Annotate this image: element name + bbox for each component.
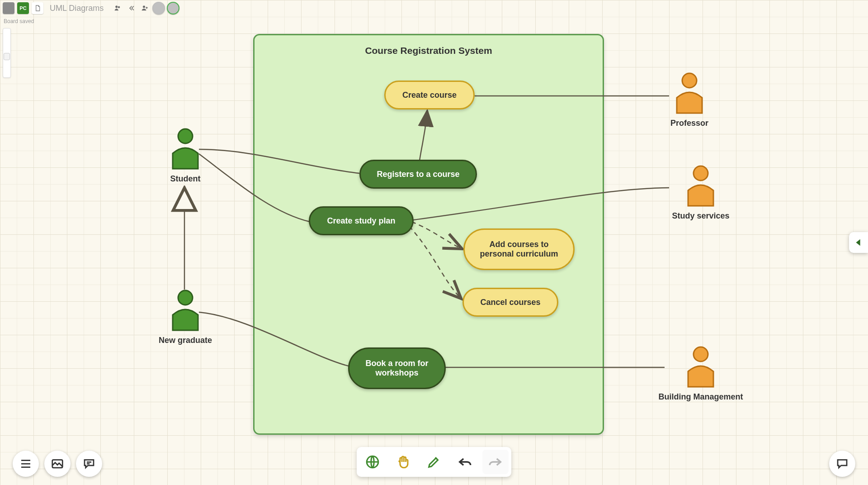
collaborators-icon[interactable] xyxy=(112,2,123,14)
actor-professor[interactable]: Professor xyxy=(656,72,723,128)
actor-label: Study services xyxy=(656,211,746,221)
owner-avatar[interactable] xyxy=(3,2,14,14)
svg-point-8 xyxy=(682,73,697,88)
board-status: Board saved xyxy=(4,18,34,24)
actor-student[interactable]: Student xyxy=(151,128,219,184)
usecase-label: Add courses to personal curriculum xyxy=(475,240,563,259)
participant-avatar-1[interactable] xyxy=(152,2,165,14)
draw-button[interactable] xyxy=(421,450,447,474)
add-user-icon[interactable] xyxy=(139,2,151,14)
usecase-label: Cancel courses xyxy=(480,298,540,307)
usecase-label: Book a room for workshops xyxy=(359,359,434,378)
file-icon[interactable] xyxy=(32,2,43,14)
owner-initials-chip[interactable]: PC xyxy=(17,2,29,14)
usecase-book-room[interactable]: Book a room for workshops xyxy=(348,347,446,389)
svg-point-7 xyxy=(178,290,193,305)
actor-label: Student xyxy=(151,174,219,184)
svg-point-1 xyxy=(118,6,120,8)
svg-point-10 xyxy=(693,347,708,361)
comment-button[interactable] xyxy=(76,451,102,477)
top-bar: PC UML Diagrams xyxy=(3,2,865,14)
bottom-left-toolbar xyxy=(13,451,102,477)
actor-label: New graduate xyxy=(151,336,219,345)
chat-button[interactable] xyxy=(829,451,855,477)
svg-point-6 xyxy=(178,129,193,143)
zoom-slider[interactable] xyxy=(3,28,11,78)
menu-button[interactable] xyxy=(13,451,39,477)
system-title: Course Registration System xyxy=(255,45,603,56)
svg-point-2 xyxy=(143,6,146,8)
minimap-button[interactable] xyxy=(359,450,386,474)
actor-label: Professor xyxy=(656,119,723,128)
pan-button[interactable] xyxy=(390,450,416,474)
usecase-create-course[interactable]: Create course xyxy=(384,81,475,109)
image-button[interactable] xyxy=(44,451,71,477)
actor-building-management[interactable]: Building Management xyxy=(646,346,755,402)
undo-button[interactable] xyxy=(452,450,478,474)
zoom-handle[interactable] xyxy=(4,53,10,60)
svg-point-0 xyxy=(116,6,118,8)
redo-button[interactable] xyxy=(482,450,509,474)
usecase-label: Create study plan xyxy=(327,216,395,226)
board-title[interactable]: UML Diagrams xyxy=(50,4,104,13)
participant-avatar-2[interactable] xyxy=(167,2,179,14)
usecase-registers-course[interactable]: Registers to a course xyxy=(359,160,477,189)
usecase-label: Registers to a course xyxy=(377,170,459,179)
expand-panel-button[interactable] xyxy=(849,232,868,253)
bottom-right-toolbar xyxy=(829,451,855,477)
bottom-center-toolbar xyxy=(357,447,511,477)
actor-new-graduate[interactable]: New graduate xyxy=(151,290,219,345)
usecase-add-courses[interactable]: Add courses to personal curriculum xyxy=(463,228,575,270)
diagram-canvas[interactable]: Course Registration System Ad xyxy=(0,0,868,485)
actor-label: Building Management xyxy=(646,392,755,402)
usecase-create-study-plan[interactable]: Create study plan xyxy=(309,206,414,235)
usecase-label: Create course xyxy=(402,90,457,100)
usecase-cancel-courses[interactable]: Cancel courses xyxy=(462,288,558,317)
svg-point-9 xyxy=(693,166,708,181)
chevron-left-icon[interactable] xyxy=(125,2,137,14)
actor-study-services[interactable]: Study services xyxy=(656,165,746,221)
